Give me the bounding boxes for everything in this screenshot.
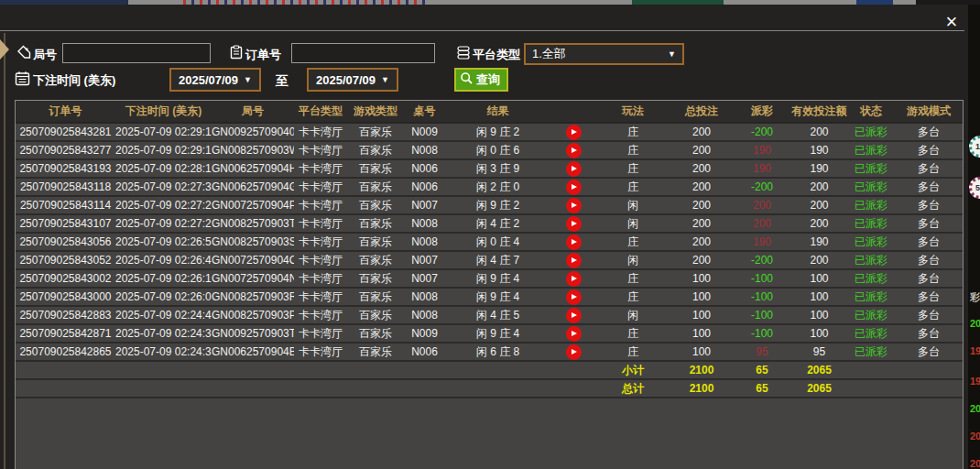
play-icon[interactable]	[566, 125, 582, 140]
platform-type-label: 平台类型	[473, 47, 520, 63]
cell-result: 闲 9 庄 4	[445, 324, 550, 343]
cell-platform: 卡卡湾厅	[294, 269, 347, 288]
cell-payout: -100	[734, 269, 790, 288]
cell-payout: 95	[734, 343, 790, 361]
panel-collapse-arrow-icon[interactable]	[0, 39, 9, 60]
cell-result: 闲 6 庄 8	[445, 343, 550, 361]
play-icon[interactable]	[566, 143, 582, 158]
cell-play-type: 闲	[596, 196, 670, 214]
column-header: 游戏模式	[894, 101, 964, 123]
cell-play-type: 庄	[596, 324, 670, 343]
header-divider	[0, 30, 964, 31]
table-row[interactable]: 250709025843193 2025-07-09 02:28:19 GN00…	[16, 159, 964, 178]
table-row[interactable]: 250709025843107 2025-07-09 02:27:25 GN00…	[16, 214, 964, 233]
round-number-input[interactable]	[62, 43, 211, 63]
cell-table-no: N007	[404, 196, 445, 214]
subtotal-label: 小计	[596, 361, 670, 379]
cell-payout: -100	[734, 324, 790, 343]
table-body: 250709025843281 2025-07-09 02:29:17 GN00…	[16, 123, 964, 361]
order-number-input[interactable]	[291, 43, 435, 63]
cell-status: 已派彩	[848, 269, 894, 288]
cell-platform: 卡卡湾厅	[294, 123, 347, 141]
query-button[interactable]: 查询	[454, 68, 508, 92]
cell-status: 已派彩	[848, 159, 894, 178]
cell-table-no: N007	[404, 269, 445, 288]
cell-order-no: 250709025843000	[16, 288, 115, 306]
date-to-picker[interactable]: 2025/07/09 ▼	[307, 68, 398, 92]
cell-result: 闲 4 庄 5	[445, 306, 550, 324]
play-icon[interactable]	[566, 216, 582, 232]
column-header: 状态	[848, 101, 894, 123]
results-table-zone: 订单号下注时间 (美东)局号平台类型游戏类型桌号结果玩法总投注派彩有效投注额状态…	[15, 100, 964, 469]
column-header: 游戏类型	[347, 101, 404, 123]
cell-game-mode: 多台	[894, 178, 964, 196]
table-row[interactable]: 250709025843000 2025-07-09 02:26:05 GN00…	[16, 288, 964, 306]
cell-table-no: N006	[404, 159, 445, 178]
column-header: 结果	[445, 101, 550, 123]
cell-game-type: 百家乐	[347, 178, 404, 196]
cell-total-bet: 100	[670, 288, 734, 306]
cell-round-no: GN0082570903T	[212, 214, 294, 233]
platform-type-select[interactable]: 1.全部 ▼	[524, 43, 684, 65]
table-row[interactable]: 250709025842883 2025-07-09 02:24:42 GN00…	[16, 306, 964, 324]
cell-status: 已派彩	[848, 196, 894, 214]
cell-game-mode: 多台	[894, 196, 964, 214]
casino-chip-50: 50	[969, 177, 980, 199]
play-icon[interactable]	[566, 180, 582, 195]
play-icon[interactable]	[566, 344, 582, 360]
cell-total-bet: 200	[670, 159, 734, 178]
play-icon[interactable]	[566, 161, 582, 177]
cell-platform: 卡卡湾厅	[294, 214, 347, 233]
play-icon[interactable]	[566, 326, 582, 342]
edge-number: 20	[970, 403, 980, 414]
cell-bet-time: 2025-07-09 02:29:17	[115, 123, 212, 141]
cell-game-type: 百家乐	[347, 159, 404, 178]
column-header: 平台类型	[294, 101, 347, 123]
edge-number: 20	[970, 431, 980, 442]
table-row[interactable]: 250709025843118 2025-07-09 02:27:30 GN00…	[16, 178, 964, 196]
edge-number: 20	[970, 318, 980, 329]
play-icon[interactable]	[566, 308, 582, 323]
table-row[interactable]: 250709025843114 2025-07-09 02:27:27 GN00…	[16, 196, 964, 214]
cell-game-type: 百家乐	[347, 123, 404, 141]
table-row[interactable]: 250709025842871 2025-07-09 02:24:38 GN00…	[16, 324, 964, 343]
cell-bet-time: 2025-07-09 02:26:10	[115, 269, 212, 288]
table-row[interactable]: 250709025843277 2025-07-09 02:29:15 GN00…	[16, 141, 964, 159]
cell-order-no: 250709025843118	[16, 178, 115, 196]
play-icon[interactable]	[566, 198, 582, 213]
query-button-label: 查询	[476, 71, 500, 88]
cell-bet-time: 2025-07-09 02:27:27	[115, 196, 212, 214]
cell-round-no: GN0062570904B	[212, 343, 294, 361]
play-icon[interactable]	[566, 271, 582, 287]
table-row[interactable]: 250709025843002 2025-07-09 02:26:10 GN00…	[16, 269, 964, 288]
cell-status: 已派彩	[848, 288, 894, 306]
play-icon[interactable]	[566, 289, 582, 305]
cell-table-no: N009	[404, 123, 445, 141]
cell-game-type: 百家乐	[347, 288, 404, 306]
cell-status: 已派彩	[848, 324, 894, 343]
bet-history-table: 订单号下注时间 (美东)局号平台类型游戏类型桌号结果玩法总投注派彩有效投注额状态…	[16, 101, 964, 398]
play-icon[interactable]	[566, 253, 582, 268]
cell-round-no: GN0082570903W	[212, 141, 294, 159]
table-row[interactable]: 250709025842865 2025-07-09 02:24:31 GN00…	[16, 343, 964, 361]
cell-round-no: GN0062570904H	[212, 159, 294, 178]
date-from-picker[interactable]: 2025/07/09 ▼	[169, 68, 261, 92]
table-row[interactable]: 250709025843281 2025-07-09 02:29:17 GN00…	[16, 123, 964, 141]
cell-valid-bet: 190	[790, 159, 848, 178]
play-icon[interactable]	[566, 234, 582, 250]
table-row[interactable]: 250709025843056 2025-07-09 02:26:52 GN00…	[16, 233, 964, 251]
cell-replay	[550, 324, 596, 343]
cell-play-type: 庄	[596, 123, 670, 141]
cell-status: 已派彩	[848, 343, 894, 361]
cell-replay	[550, 178, 596, 196]
cell-platform: 卡卡湾厅	[294, 251, 347, 269]
cell-result: 闲 9 庄 4	[445, 288, 550, 306]
cell-play-type: 庄	[596, 141, 670, 159]
edge-number: 19	[970, 345, 980, 356]
cell-game-type: 百家乐	[347, 269, 404, 288]
cell-game-mode: 多台	[894, 123, 964, 141]
table-row[interactable]: 250709025843052 2025-07-09 02:26:49 GN00…	[16, 251, 964, 269]
cell-order-no: 250709025842871	[16, 324, 115, 343]
cell-replay	[550, 306, 596, 324]
cell-play-type: 庄	[596, 269, 670, 288]
